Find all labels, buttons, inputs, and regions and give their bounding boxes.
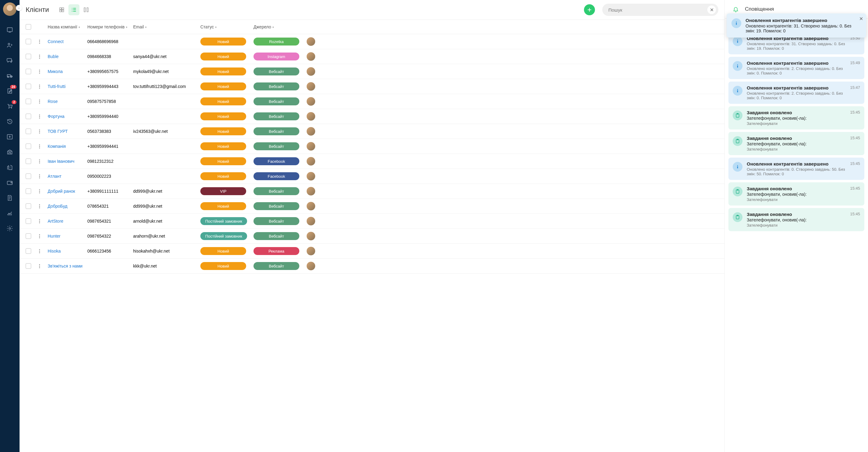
notification-card[interactable]: Оновлення контрагентів завершено Оновлен…: [728, 57, 864, 79]
row-checkbox[interactable]: [26, 188, 31, 194]
add-button[interactable]: +: [584, 4, 595, 15]
row-menu-button[interactable]: [39, 54, 44, 59]
toast-close-button[interactable]: ✕: [859, 16, 863, 22]
company-link[interactable]: ТОВ ГУРТ: [48, 129, 68, 134]
col-phone[interactable]: Номери телефонів♦: [87, 24, 133, 29]
nav-edit[interactable]: 24: [5, 87, 14, 95]
row-menu-button[interactable]: [39, 114, 44, 119]
status-pill[interactable]: VIP: [200, 187, 246, 195]
status-pill[interactable]: Постійний замовник: [200, 217, 247, 225]
status-pill[interactable]: Новий: [200, 157, 246, 165]
company-link[interactable]: Connect: [48, 39, 64, 44]
view-grid-button[interactable]: [56, 4, 67, 15]
source-pill[interactable]: Вебсайт: [253, 187, 299, 195]
status-pill[interactable]: Новий: [200, 53, 246, 60]
source-pill[interactable]: Вебсайт: [253, 217, 299, 225]
notification-card[interactable]: Завдання оновлено Зателефонувати, оновив…: [728, 208, 864, 231]
nav-cart[interactable]: 2: [5, 102, 14, 111]
nav-history[interactable]: [5, 117, 14, 126]
company-link[interactable]: Hunter: [48, 234, 60, 239]
source-pill[interactable]: Вебсайт: [253, 232, 299, 240]
notification-card[interactable]: Оновлення контрагентів завершено Оновлен…: [728, 158, 864, 180]
notification-card[interactable]: Завдання оновлено Зателефонувати, оновив…: [728, 106, 864, 129]
nav-clients[interactable]: [5, 41, 14, 50]
row-menu-button[interactable]: [39, 174, 44, 179]
source-pill[interactable]: Вебсайт: [253, 142, 299, 150]
status-pill[interactable]: Новий: [200, 112, 246, 120]
row-checkbox[interactable]: [26, 218, 31, 224]
row-menu-button[interactable]: [39, 204, 44, 209]
company-link[interactable]: Іван Іванович: [48, 159, 74, 164]
company-link[interactable]: Компанія: [48, 144, 66, 149]
source-pill[interactable]: Вебсайт: [253, 112, 299, 120]
row-menu-button[interactable]: [39, 84, 44, 89]
row-checkbox[interactable]: [26, 174, 31, 179]
source-pill[interactable]: Вебсайт: [253, 262, 299, 270]
row-menu-button[interactable]: [39, 39, 44, 44]
source-pill[interactable]: Реклама: [253, 247, 299, 255]
row-checkbox[interactable]: [26, 99, 31, 104]
nav-dashboard[interactable]: [5, 26, 14, 34]
row-menu-button[interactable]: [39, 249, 44, 253]
col-source[interactable]: Джерело♦: [253, 24, 307, 29]
status-pill[interactable]: Новий: [200, 142, 246, 150]
nav-analytics[interactable]: [5, 209, 14, 217]
company-link[interactable]: ArtStore: [48, 219, 63, 223]
notification-card[interactable]: Завдання оновлено Зателефонувати, оновив…: [728, 182, 864, 206]
row-checkbox[interactable]: [26, 128, 31, 134]
search-clear-button[interactable]: ✕: [707, 5, 716, 14]
row-checkbox[interactable]: [26, 248, 31, 254]
row-menu-button[interactable]: [39, 144, 44, 149]
company-link[interactable]: Rose: [48, 99, 58, 104]
nav-import[interactable]: [5, 132, 14, 141]
user-avatar[interactable]: [3, 2, 17, 16]
nav-company[interactable]: [5, 163, 14, 172]
row-checkbox[interactable]: [26, 233, 31, 239]
notification-card[interactable]: Оновлення контрагентів завершено Оновлен…: [728, 82, 864, 104]
row-checkbox[interactable]: [26, 263, 31, 269]
row-menu-button[interactable]: [39, 234, 44, 239]
search-input[interactable]: [602, 4, 718, 16]
row-checkbox[interactable]: [26, 39, 31, 44]
notification-card[interactable]: Завдання оновлено Зателефонувати, оновив…: [728, 132, 864, 155]
status-pill[interactable]: Новий: [200, 37, 246, 46]
source-pill[interactable]: Вебсайт: [253, 202, 299, 210]
row-menu-button[interactable]: [39, 159, 44, 164]
status-pill[interactable]: Новий: [200, 97, 246, 106]
source-pill[interactable]: Вебсайт: [253, 127, 299, 135]
row-menu-button[interactable]: [39, 99, 44, 104]
row-checkbox[interactable]: [26, 54, 31, 59]
status-pill[interactable]: Новий: [200, 127, 246, 135]
nav-chat[interactable]: [5, 56, 14, 65]
company-link[interactable]: Tutti-frutti: [48, 84, 66, 89]
status-pill[interactable]: Новий: [200, 262, 246, 270]
nav-settings[interactable]: [5, 224, 14, 233]
company-link[interactable]: ДоброБуд: [48, 204, 67, 209]
source-pill[interactable]: Вебсайт: [253, 83, 299, 90]
company-link[interactable]: Зв'яжіться з нами: [48, 264, 83, 268]
status-pill[interactable]: Новий: [200, 247, 246, 255]
nav-wallet[interactable]: [5, 178, 14, 187]
source-pill[interactable]: Rozetka: [253, 37, 299, 46]
expand-sidebar-button[interactable]: ›: [16, 5, 22, 11]
row-menu-button[interactable]: [39, 189, 44, 193]
nav-docs[interactable]: [5, 193, 14, 202]
company-link[interactable]: Buble: [48, 54, 59, 59]
row-menu-button[interactable]: [39, 69, 44, 74]
view-list-button[interactable]: [68, 4, 80, 15]
company-link[interactable]: Hisoka: [48, 249, 61, 253]
col-status[interactable]: Статус♦: [200, 24, 253, 29]
row-checkbox[interactable]: [26, 144, 31, 149]
source-pill[interactable]: Вебсайт: [253, 97, 299, 106]
row-menu-button[interactable]: [39, 219, 44, 223]
col-email[interactable]: Email♦: [133, 24, 200, 29]
company-link[interactable]: Фортуна: [48, 114, 64, 119]
status-pill[interactable]: Новий: [200, 172, 246, 180]
view-kanban-button[interactable]: [81, 4, 92, 15]
company-link[interactable]: Атлант: [48, 174, 61, 179]
row-menu-button[interactable]: [39, 129, 44, 134]
row-checkbox[interactable]: [26, 114, 31, 119]
select-all-checkbox[interactable]: [26, 24, 31, 30]
row-checkbox[interactable]: [26, 203, 31, 209]
row-checkbox[interactable]: [26, 84, 31, 89]
